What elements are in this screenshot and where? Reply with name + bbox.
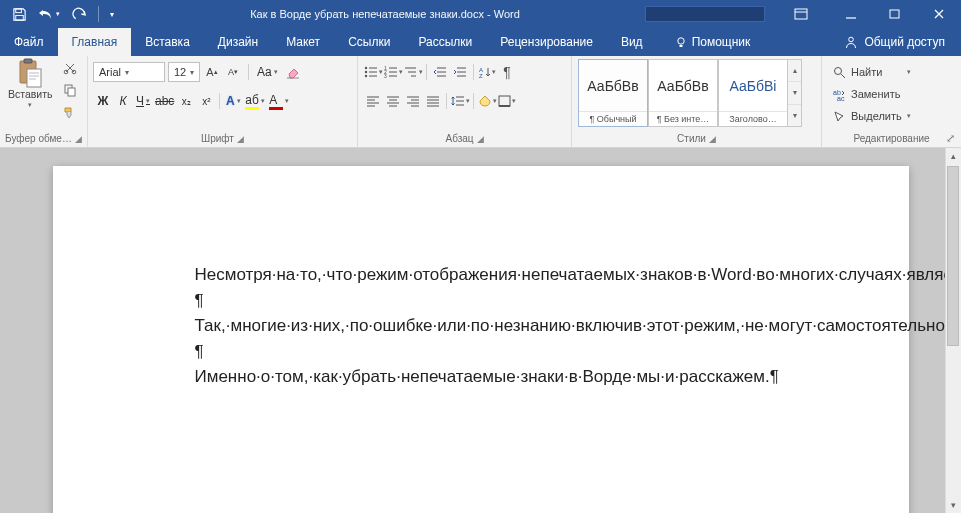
tell-me[interactable]: Помощник: [661, 28, 765, 56]
replace-button[interactable]: abac Заменить: [833, 84, 911, 104]
font-size-combo[interactable]: 12▾: [168, 62, 200, 82]
group-font: Arial▾ 12▾ A▴ A▾ Aa Ж К Ч abc x₂ x² A aб…: [88, 56, 358, 147]
highlight-button[interactable]: aб: [243, 91, 267, 111]
numbering-button[interactable]: 123: [383, 62, 403, 82]
svg-text:3: 3: [384, 73, 387, 78]
collapse-ribbon-button[interactable]: ⤢: [946, 132, 955, 145]
italic-button[interactable]: К: [113, 91, 133, 111]
group-paragraph-label: Абзац◢: [358, 131, 571, 147]
svg-rect-12: [68, 88, 75, 96]
strikethrough-button[interactable]: abc: [153, 91, 176, 111]
tab-design[interactable]: Дизайн: [204, 28, 272, 56]
find-button[interactable]: Найти▾: [833, 62, 911, 82]
tab-insert[interactable]: Вставка: [131, 28, 204, 56]
maximize-button[interactable]: [873, 0, 917, 28]
bold-button[interactable]: Ж: [93, 91, 113, 111]
shading-button[interactable]: [477, 91, 497, 111]
account-area[interactable]: [645, 6, 765, 22]
cut-button[interactable]: [61, 59, 79, 77]
group-editing-label: Редактирование: [822, 131, 961, 147]
align-left-button[interactable]: [363, 91, 383, 111]
styles-launcher-icon[interactable]: ◢: [709, 134, 716, 144]
styles-more-icon[interactable]: ▾: [788, 105, 801, 126]
page[interactable]: Несмотря·на·то,·что·режим·отображения·не…: [53, 166, 909, 513]
shrink-font-button[interactable]: A▾: [224, 62, 242, 82]
multilevel-list-button[interactable]: [403, 62, 423, 82]
group-paragraph: 123 AZ ¶ Абзац◢: [358, 56, 572, 147]
styles-up-icon[interactable]: ▴: [788, 60, 801, 82]
paragraph[interactable]: ¶: [153, 339, 809, 365]
style-no-spacing[interactable]: АаБбВв ¶ Без инте…: [648, 59, 718, 127]
tab-view[interactable]: Вид: [607, 28, 657, 56]
tab-review[interactable]: Рецензирование: [486, 28, 607, 56]
align-right-button[interactable]: [403, 91, 423, 111]
svg-rect-7: [24, 59, 32, 63]
group-font-label: Шрифт◢: [88, 131, 357, 147]
tab-home[interactable]: Главная: [58, 28, 132, 56]
tab-mailings[interactable]: Рассылки: [404, 28, 486, 56]
bullets-button[interactable]: [363, 62, 383, 82]
font-name-combo[interactable]: Arial▾: [93, 62, 165, 82]
line-spacing-button[interactable]: [450, 91, 470, 111]
clear-formatting-button[interactable]: [283, 62, 303, 82]
borders-button[interactable]: [497, 91, 517, 111]
tab-references[interactable]: Ссылки: [334, 28, 404, 56]
font-launcher-icon[interactable]: ◢: [237, 134, 244, 144]
subscript-button[interactable]: x₂: [176, 91, 196, 111]
svg-rect-8: [27, 69, 41, 87]
paragraph[interactable]: Несмотря·на·то,·что·режим·отображения·не…: [153, 262, 809, 288]
change-case-button[interactable]: Aa: [255, 62, 280, 82]
underline-button[interactable]: Ч: [133, 91, 153, 111]
tab-layout[interactable]: Макет: [272, 28, 334, 56]
text-effects-button[interactable]: A: [223, 91, 243, 111]
style-normal[interactable]: АаБбВв ¶ Обычный: [578, 59, 648, 127]
tab-file[interactable]: Файл: [0, 28, 58, 56]
qat-customize[interactable]: ▾: [105, 3, 119, 25]
cursor-icon: [833, 110, 846, 123]
styles-down-icon[interactable]: ▾: [788, 82, 801, 104]
select-button[interactable]: Выделить▾: [833, 106, 911, 126]
clipboard-launcher-icon[interactable]: ◢: [75, 134, 82, 144]
paragraph[interactable]: ¶: [153, 288, 809, 314]
ribbon-display-options[interactable]: [779, 0, 823, 28]
svg-text:ac: ac: [837, 95, 845, 101]
superscript-button[interactable]: x²: [196, 91, 216, 111]
paragraph-launcher-icon[interactable]: ◢: [477, 134, 484, 144]
window-title: Как в Ворде убрать непечатаемые знаки.do…: [125, 8, 645, 20]
scroll-thumb[interactable]: [947, 166, 959, 346]
undo-button[interactable]: ▾: [36, 3, 62, 25]
font-color-button[interactable]: A: [267, 91, 291, 111]
increase-indent-button[interactable]: [450, 62, 470, 82]
share-button[interactable]: Общий доступ: [836, 28, 961, 56]
group-clipboard: Вставить ▾ Буфер обме…◢: [0, 56, 88, 147]
style-name: Заголово…: [719, 111, 787, 126]
share-label: Общий доступ: [864, 35, 945, 49]
svg-text:Z: Z: [479, 73, 483, 78]
decrease-indent-button[interactable]: [430, 62, 450, 82]
copy-button[interactable]: [61, 81, 79, 99]
style-heading1[interactable]: АаБбВі Заголово…: [718, 59, 788, 127]
sort-button[interactable]: AZ: [477, 62, 497, 82]
format-painter-button[interactable]: [61, 103, 79, 121]
svg-rect-21: [499, 96, 510, 106]
grow-font-button[interactable]: A▴: [203, 62, 221, 82]
scroll-up-icon[interactable]: ▴: [945, 148, 961, 164]
paragraph[interactable]: Именно·о·том,·как·убрать·непечатаемые·зн…: [153, 364, 809, 390]
scroll-down-icon[interactable]: ▾: [945, 497, 961, 513]
show-marks-button[interactable]: ¶: [497, 62, 517, 82]
select-label: Выделить: [851, 110, 902, 122]
minimize-button[interactable]: [829, 0, 873, 28]
style-name: ¶ Без инте…: [649, 111, 717, 126]
styles-gallery-scroll[interactable]: ▴ ▾ ▾: [788, 59, 802, 127]
save-button[interactable]: [6, 3, 32, 25]
person-icon: [844, 35, 858, 49]
close-button[interactable]: [917, 0, 961, 28]
paragraph[interactable]: Так,·многие·из·них,·по·ошибке·или·по·нез…: [153, 313, 809, 339]
vertical-scrollbar[interactable]: ▴ ▾: [945, 148, 961, 513]
search-icon: [833, 66, 846, 79]
align-center-button[interactable]: [383, 91, 403, 111]
justify-button[interactable]: [423, 91, 443, 111]
paste-button[interactable]: Вставить ▾: [5, 59, 56, 109]
group-styles-label: Стили◢: [572, 131, 821, 147]
redo-button[interactable]: [66, 3, 92, 25]
